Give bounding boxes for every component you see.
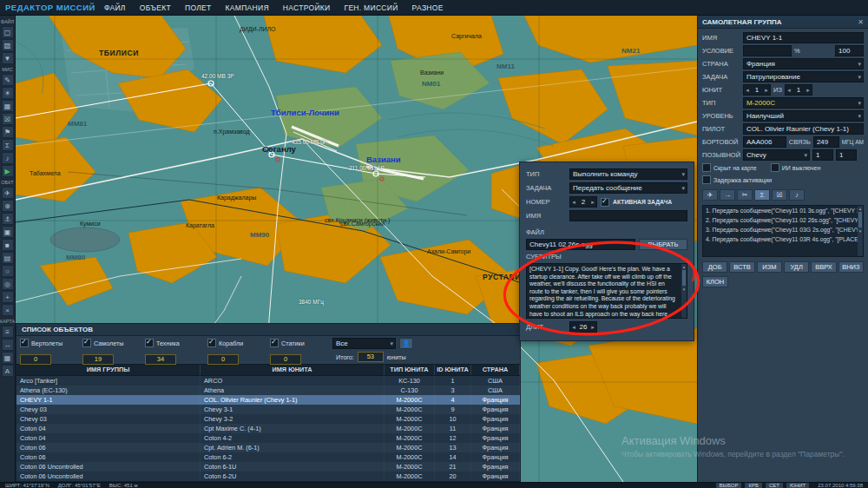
condition-input[interactable] (743, 45, 792, 56)
failures-icon[interactable]: ☒ (2, 113, 14, 125)
table-row[interactable]: Coton 06 Uncontrolled Coton 6-1U M-2000C… (16, 462, 520, 472)
stepper-right-icon[interactable]: ▸ (805, 87, 812, 94)
column-header[interactable]: ИМЯ ЮНИТА (201, 365, 385, 375)
action-list-item[interactable]: 3. Передать сообщение("Chevy11 03G 2s.og… (703, 225, 863, 234)
column-header[interactable]: ТИП ЮНИТА (385, 365, 435, 375)
callsign-number2-input[interactable]: 1 (836, 149, 857, 161)
delete-object-icon[interactable]: × (2, 304, 14, 316)
condition-percent-input[interactable]: 100 (835, 45, 864, 56)
checkbox-icon[interactable] (270, 339, 279, 347)
choose-file-button[interactable]: ВЫБРАТЬ (639, 239, 687, 250)
goals-icon[interactable]: ⚑ (2, 126, 14, 138)
table-row[interactable]: Coton 06 Coton 6-2 M-2000C 14 Франция (16, 452, 520, 462)
action-button[interactable]: УДЛ (784, 261, 809, 273)
table-row[interactable]: Coton 06 Uncontrolled Coton 6-2U M-2000C… (16, 472, 520, 481)
open-mission-icon[interactable]: ▧ (2, 39, 14, 51)
action-list-item[interactable]: 1. Передать сообщение("Chevy11 01 3s.ogg… (703, 206, 863, 215)
coalition-filter-select[interactable]: Все (332, 338, 396, 349)
sound-file-input[interactable]: Chevy11 02 26s.ogg (526, 239, 635, 250)
action-list-item[interactable]: 2. Передать сообщение("Chevy11 02 26s.og… (703, 215, 863, 225)
airplane-group-icon[interactable]: ✈ (2, 187, 14, 199)
action-list-item[interactable]: 4. Передать сообщение("Chevy11 03R 4s.og… (703, 234, 863, 244)
route-tab-icon[interactable]: → (720, 189, 735, 201)
helicopter-group-icon[interactable]: ⊕ (2, 200, 14, 212)
hidden-on-map-checkbox[interactable] (702, 163, 711, 172)
save-mission-icon[interactable]: ▼ (2, 52, 14, 64)
checkbox-icon[interactable] (207, 339, 216, 347)
template-icon[interactable]: ▤ (2, 252, 14, 264)
triggered-actions-list[interactable]: 1. Передать сообщение("Chevy11 01 3s.ogg… (702, 205, 864, 257)
checkbox-icon[interactable] (145, 339, 154, 347)
task-select[interactable]: Патрулирование (743, 71, 864, 82)
player-filter-icon[interactable]: 👤 (399, 338, 413, 349)
ai-off-checkbox[interactable] (771, 163, 779, 172)
duration-stepper[interactable]: ◂26▸ (569, 321, 597, 333)
sound-icon[interactable]: ♪ (2, 152, 14, 164)
action-button[interactable]: ВСТВ (729, 261, 754, 273)
pilot-name-input[interactable]: COL. Olivier Raunier (Chevy 1-1) (743, 123, 864, 135)
stepper-right-icon[interactable]: ▸ (589, 324, 596, 331)
group-name-input[interactable]: CHEVY 1-1 (743, 32, 864, 43)
stepper-left-icon[interactable]: ◂ (744, 87, 751, 94)
checkbox-icon[interactable] (20, 339, 29, 347)
action-button[interactable]: ВВРХ (811, 261, 836, 273)
skill-select[interactable]: Наилучший (743, 110, 864, 122)
stepper-right-icon[interactable]: ▸ (763, 87, 770, 94)
filter-checkbox-item[interactable]: Корабли (207, 339, 270, 347)
filter-checkbox-item[interactable]: Техника (145, 339, 207, 347)
country-select[interactable]: Франция (743, 58, 864, 69)
action-number-stepper[interactable]: ◂2▸ (569, 196, 597, 208)
aircraft-type-select[interactable]: М-2000С (743, 97, 864, 109)
failures-tab-icon[interactable]: ☒ (772, 189, 787, 201)
action-button[interactable]: ИЗМ (757, 261, 782, 273)
filter-checkbox-item[interactable]: Самолеты (82, 339, 145, 347)
stepper-right-icon[interactable]: ▸ (589, 199, 596, 206)
callsign-number1-input[interactable]: 1 (812, 149, 833, 161)
table-row[interactable]: Coton 04 Coton 4-2 M-2000C 12 Франция (16, 433, 520, 443)
menu-item[interactable]: ПОЛЕТ (185, 3, 212, 12)
farp-icon[interactable]: + (2, 291, 14, 303)
stepper-left-icon[interactable]: ◂ (570, 199, 577, 206)
menu-item[interactable]: ФАЙЛ (104, 3, 126, 12)
frequency-input[interactable]: 249 (813, 136, 839, 148)
column-header[interactable]: ID ЮНИТА (435, 365, 471, 375)
table-row[interactable]: Athena (EC-130) Athena C-130 3 США (16, 386, 520, 395)
table-row[interactable]: Chevy 03 Chevy 3-2 M-2000C 10 Франция (16, 414, 520, 424)
aircraft-tab-icon[interactable]: ✈ (702, 189, 718, 201)
table-row[interactable]: Arco [Tanker] ARCO KC-130 1 США (16, 376, 520, 386)
static-object-icon[interactable]: ■ (2, 239, 14, 251)
briefing-icon[interactable]: ✎ (2, 74, 14, 86)
table-row[interactable]: Chevy 03 Chevy 3-1 M-2000C 9 Франция (16, 405, 520, 414)
status-button[interactable]: ЮНИТ (786, 483, 809, 488)
late-activation-checkbox[interactable] (702, 175, 711, 184)
action-button[interactable]: ВНИЗ (838, 261, 864, 273)
bullseye-icon[interactable]: ◎ (2, 278, 14, 290)
column-header[interactable]: СТРАНА (471, 365, 520, 375)
list-scrollbar[interactable]: ▴▾ (858, 206, 863, 256)
action-task-select[interactable]: Передать сообщение (569, 182, 687, 194)
subtitles-textarea[interactable]: [CHEVY 1-1] Copy. Good! Here's the plan.… (526, 263, 687, 319)
unit-of-stepper[interactable]: ◂1▸ (785, 84, 812, 96)
stepper-left-icon[interactable]: ◂ (570, 324, 577, 331)
ship-group-icon[interactable]: ⚓ (2, 213, 14, 225)
vehicle-group-icon[interactable]: ▣ (2, 226, 14, 238)
menu-item[interactable]: НАСТРОЙКИ (283, 3, 331, 12)
map-grid-icon[interactable]: ▦ (2, 352, 14, 364)
measure-distance-icon[interactable]: ↔ (2, 339, 14, 351)
stepper-left-icon[interactable]: ◂ (786, 87, 792, 94)
mission-options-icon[interactable]: ▦ (2, 100, 14, 112)
table-row[interactable]: Coton 04 Cpt Maxime C. (4-1) M-2000C 11 … (16, 424, 520, 433)
checkbox-icon[interactable] (82, 339, 91, 347)
payload-tab-icon[interactable]: ✂ (737, 189, 753, 201)
radio-tab-icon[interactable]: ♪ (789, 189, 805, 201)
filter-checkbox-item[interactable]: Статики (270, 339, 332, 347)
menu-item[interactable]: КАМПАНИЯ (226, 3, 269, 12)
clone-button[interactable]: КЛОН (702, 276, 728, 287)
callsign-select[interactable]: Chevy (743, 149, 810, 161)
map-layers-icon[interactable]: ≡ (2, 326, 14, 338)
triggered-actions-tab-icon[interactable]: Σ (754, 189, 770, 201)
tail-number-input[interactable]: AAA006 (743, 136, 786, 148)
summary-icon[interactable]: Σ (2, 139, 14, 151)
menu-item[interactable]: ОБЪЕКТ (140, 3, 171, 12)
status-button[interactable]: СЕТ (766, 483, 783, 488)
